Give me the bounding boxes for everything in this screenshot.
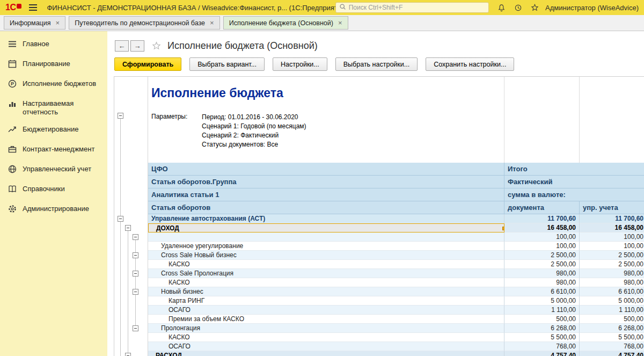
collapse-toggle-icon[interactable] (118, 216, 123, 222)
choose-settings-button[interactable]: Выбрать настройки... (335, 57, 418, 71)
search-input[interactable] (349, 4, 485, 11)
collapse-toggle-icon[interactable] (133, 234, 138, 240)
tree-gutter-cell (114, 242, 148, 251)
tab-demo-guide[interactable]: Путеводитель по демонстрационной базе × (69, 16, 220, 30)
forward-button[interactable]: → (130, 40, 144, 52)
table-row[interactable]: Новый бизнес6 610,006 610,00 (114, 287, 644, 296)
sidebar-item-custom-reports[interactable]: Настраиваемая отчетность (0, 95, 107, 121)
column-header[interactable]: сумма в валюте: (504, 188, 644, 201)
search-icon (339, 3, 346, 12)
column-header[interactable]: Аналитика статьи 1 (148, 188, 504, 201)
choose-variant-button[interactable]: Выбрать вариант... (189, 57, 265, 71)
table-row[interactable]: Cross Sale Новый бизнес2 500,002 500,00 (114, 251, 644, 260)
value-doc-currency: 980,00 (504, 269, 580, 278)
column-header[interactable]: документа (504, 201, 580, 214)
value-doc-currency: 980,00 (504, 278, 580, 287)
table-row[interactable]: 100,00100,00 (114, 233, 644, 242)
close-icon[interactable]: × (56, 19, 60, 26)
tree-gutter-cell (114, 223, 148, 233)
toolbar: Сформировать Выбрать вариант... Настройк… (114, 57, 644, 71)
tree-gutter-cell (114, 214, 148, 223)
sidebar-item-main[interactable]: Главное (0, 35, 107, 55)
favorites-star-icon[interactable] (531, 4, 539, 12)
collapse-toggle-icon[interactable] (118, 113, 123, 119)
collapse-toggle-icon[interactable] (133, 289, 138, 295)
table-row[interactable]: КАСКО2 500,002 500,00 (114, 260, 644, 269)
global-search[interactable] (335, 2, 489, 13)
tab-budget-execution[interactable]: Исполнение бюджета (Основной) × (223, 16, 348, 30)
parameters-label: Параметры: (151, 113, 202, 149)
sidebar-item-management-accounting[interactable]: Управленческий учет (0, 161, 107, 180)
table-row[interactable]: ОСАГО1 110,001 110,00 (114, 306, 644, 315)
collapse-toggle-icon[interactable] (133, 271, 138, 277)
tree-gutter (114, 163, 148, 176)
row-label: Премии за объем КАСКО (148, 315, 504, 324)
save-settings-button[interactable]: Сохранить настройки... (426, 57, 514, 71)
sidebar-item-planning[interactable]: Планирование (0, 55, 107, 75)
row-label: Cross Sale Новый бизнес (148, 251, 504, 260)
column-header[interactable]: ЦФО (148, 163, 504, 176)
table-row[interactable]: РАСХОД4 757,404 757,40 (114, 351, 644, 356)
table-row[interactable]: КАСКО5 500,005 500,00 (114, 333, 644, 342)
sidebar-item-label: Исполнение бюджетов (23, 79, 96, 88)
tab-label: Путеводитель по демонстрационной базе (75, 19, 205, 27)
close-icon[interactable]: × (338, 19, 342, 26)
tree-gutter-cell (114, 287, 148, 296)
collapse-toggle-icon[interactable] (125, 225, 131, 231)
collapse-toggle-icon[interactable] (125, 353, 131, 356)
selection-handle[interactable] (502, 227, 504, 230)
back-arrow-icon: ← (119, 42, 126, 50)
value-mgmt-currency: 1 110,00 (580, 306, 644, 315)
1c-logo: 1С (5, 3, 21, 12)
tab-label: Исполнение бюджета (Основной) (229, 19, 333, 27)
table-body: Управление автострахования (АСТ)11 700,6… (114, 214, 644, 356)
collapse-toggle-icon[interactable] (133, 325, 138, 331)
sidebar-item-budget-execution[interactable]: Р Исполнение бюджетов (0, 75, 107, 95)
column-header[interactable]: Фактический (504, 176, 644, 188)
table-row[interactable]: Премии за объем КАСКО500,00500,00 (114, 315, 644, 324)
history-icon[interactable] (514, 4, 522, 12)
calendar-icon (8, 60, 17, 71)
table-row[interactable]: ДОХОД16 458,0016 458,00 (114, 223, 644, 233)
globe-icon (8, 165, 17, 176)
sidebar-item-contract-management[interactable]: Контракт-менеджмент (0, 141, 107, 161)
sidebar-item-directories[interactable]: Справочники (0, 180, 107, 200)
table-row[interactable]: Cross Sale Пролонгация980,00980,00 (114, 269, 644, 278)
close-icon[interactable]: × (210, 19, 214, 26)
row-label: КАСКО (148, 260, 504, 269)
collapse-toggle-icon[interactable] (133, 252, 138, 258)
column-header[interactable]: упр. учета (580, 201, 644, 214)
table-row[interactable]: Пролонгация6 268,006 268,00 (114, 324, 644, 333)
tree-gutter (114, 201, 148, 214)
header-band-spacer (504, 77, 580, 163)
back-button[interactable]: ← (115, 40, 129, 52)
tree-gutter-cell (114, 342, 148, 351)
tree-gutter-cell (114, 233, 148, 242)
notifications-bell-icon[interactable] (497, 4, 506, 12)
tab-information[interactable]: Информация × (4, 16, 65, 30)
current-user[interactable]: Администратор (WiseAdvice) (545, 4, 639, 12)
sidebar-item-budgeting[interactable]: Бюджетирование (0, 121, 107, 141)
table-row[interactable]: ОСАГО768,00768,00 (114, 342, 644, 351)
value-mgmt-currency: 100,00 (580, 233, 644, 242)
main-menu-icon[interactable] (29, 4, 37, 11)
row-label: Новый бизнес (148, 287, 504, 296)
circle-p-icon: Р (8, 79, 17, 91)
table-row[interactable]: Карта РИНГ5 000,005 000,00 (114, 296, 644, 306)
table-row[interactable]: Удаленное урегулирование100,00100,00 (114, 242, 644, 251)
sidebar-item-label: Планирование (23, 60, 70, 68)
column-header[interactable]: Статья оборотов.Группа (148, 176, 504, 188)
column-header[interactable]: Итого (504, 163, 644, 176)
row-label: Управление автострахования (АСТ) (148, 214, 504, 223)
sidebar-item-administration[interactable]: Администрирование (0, 200, 107, 220)
table-row[interactable]: Управление автострахования (АСТ)11 700,6… (114, 214, 644, 223)
settings-button[interactable]: Настройки... (273, 57, 327, 71)
favorite-star-icon[interactable] (152, 41, 161, 50)
table-row[interactable]: КАСКО980,00980,00 (114, 278, 644, 287)
column-header[interactable]: Статья оборотов (148, 201, 504, 214)
generate-button[interactable]: Сформировать (114, 57, 181, 71)
table-header-row: Аналитика статьи 1 сумма в валюте: (114, 188, 644, 201)
row-label: Пролонгация (148, 324, 504, 333)
sidebar-item-label: Администрирование (23, 205, 89, 213)
value-mgmt-currency: 2 500,00 (580, 251, 644, 260)
